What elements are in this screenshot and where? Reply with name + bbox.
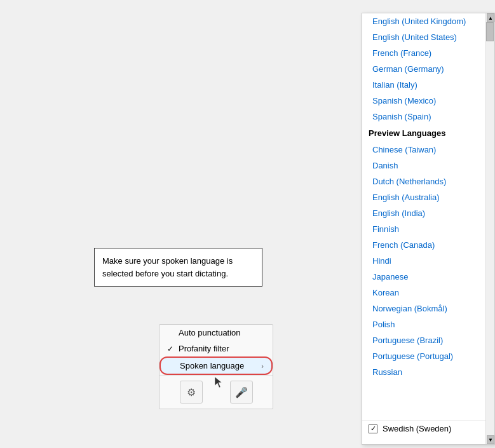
language-list-item[interactable]: Hindi [362,253,494,269]
scrollbar-handle[interactable] [486,22,494,41]
language-list-item[interactable]: French (France) [362,45,494,61]
bottom-bar: Auto punctuation ✓ Profanity filter Spok… [159,324,273,409]
language-list-item[interactable]: Japanese [362,269,494,285]
swedish-checkbox[interactable]: ✓ [369,424,377,433]
profanity-filter-label: Profanity filter [179,344,229,353]
language-list-item[interactable]: Finnish [362,221,494,237]
language-list: English (United Kingdom)English (United … [362,13,494,380]
language-list-item[interactable]: Norwegian (Bokmål) [362,301,494,316]
language-list-item[interactable]: Spanish (Mexico) [362,93,494,109]
scroll-down-button[interactable]: ▼ [487,435,494,444]
microphone-icon: 🎤 [235,386,248,398]
language-list-item[interactable]: English (United Kingdom) [362,13,494,29]
icon-bar: ⚙ 🎤 [159,375,273,409]
scrollbar-track: ▲ ▼ [485,13,494,444]
language-list-item[interactable]: English (Australia) [362,189,494,205]
spoken-language-item[interactable]: Spoken language › [159,356,273,375]
main-area: Make sure your spoken language is select… [0,0,286,448]
auto-punctuation-label: Auto punctuation [179,328,241,337]
language-list-item[interactable]: French (Canada) [362,237,494,253]
profanity-filter-check: ✓ [167,344,176,353]
scroll-up-button[interactable]: ▲ [487,13,494,22]
language-list-item[interactable]: Danish [362,158,494,173]
swedish-label: Swedish (Sweden) [383,424,451,433]
auto-punctuation-check [167,329,176,337]
tooltip-text: Make sure your spoken language is select… [102,256,233,278]
tooltip-box: Make sure your spoken language is select… [94,248,262,287]
spoken-language-arrow: › [261,362,264,370]
profanity-filter-item[interactable]: ✓ Profanity filter [159,341,273,356]
settings-button[interactable]: ⚙ [180,381,203,404]
language-list-item[interactable]: Spanish (Spain) [362,109,494,125]
spoken-language-label: Spoken language [180,361,244,370]
microphone-button[interactable]: 🎤 [230,381,253,404]
language-list-item[interactable]: Chinese (Taiwan) [362,142,494,158]
language-list-item[interactable]: Portuguese (Brazil) [362,332,494,348]
language-list-item[interactable]: German (Germany) [362,61,494,77]
language-list-item[interactable]: Russian [362,364,494,380]
auto-punctuation-item[interactable]: Auto punctuation [159,325,273,341]
settings-icon: ⚙ [187,386,196,398]
language-list-item[interactable]: English (United States) [362,29,494,45]
language-list-item[interactable]: Polish [362,316,494,332]
swedish-item[interactable]: ✓ Swedish (Sweden) [362,420,485,437]
language-list-item[interactable]: Italian (Italy) [362,77,494,93]
language-list-item[interactable]: Korean [362,285,494,301]
preview-languages-header: Preview Languages [362,125,494,142]
language-list-item[interactable]: Dutch (Netherlands) [362,173,494,189]
spoken-language-check [168,362,177,370]
language-list-item[interactable]: Portuguese (Portugal) [362,348,494,364]
dropdown-scroll[interactable]: English (United Kingdom)English (United … [362,13,494,444]
dropdown-panel: English (United Kingdom)English (United … [362,13,495,445]
language-list-item[interactable]: English (India) [362,205,494,221]
